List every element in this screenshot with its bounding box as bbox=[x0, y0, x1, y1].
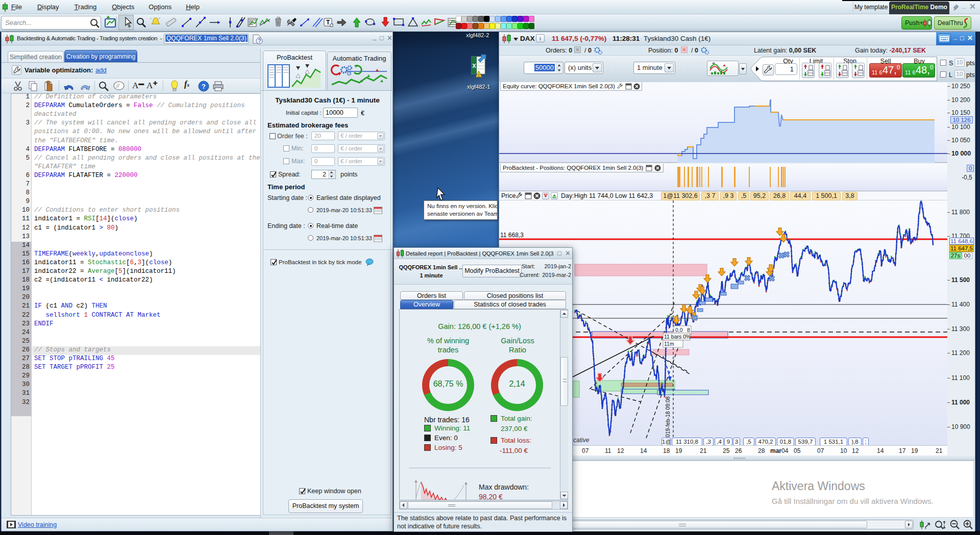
svg-text:2019-feb-18 09:08: 2019-feb-18 09:08 bbox=[665, 396, 671, 440]
svg-text:“: “ bbox=[150, 17, 152, 21]
svg-text:8: 8 bbox=[687, 327, 690, 333]
svg-text:!: ! bbox=[478, 73, 480, 78]
svg-text:0%: 0% bbox=[683, 334, 691, 340]
svg-text:11 bars: 11 bars bbox=[664, 334, 681, 340]
svg-text:0,0: 0,0 bbox=[675, 327, 683, 333]
svg-text:”: ” bbox=[159, 17, 160, 21]
svg-text:11m: 11m bbox=[664, 341, 674, 347]
svg-text:T: T bbox=[326, 19, 330, 26]
svg-text:?: ? bbox=[258, 38, 261, 44]
svg-text:cative: cative bbox=[573, 437, 590, 444]
svg-text:X: X bbox=[472, 63, 476, 69]
svg-text:11 668,3: 11 668,3 bbox=[500, 232, 524, 239]
svg-text:?: ? bbox=[202, 83, 206, 90]
